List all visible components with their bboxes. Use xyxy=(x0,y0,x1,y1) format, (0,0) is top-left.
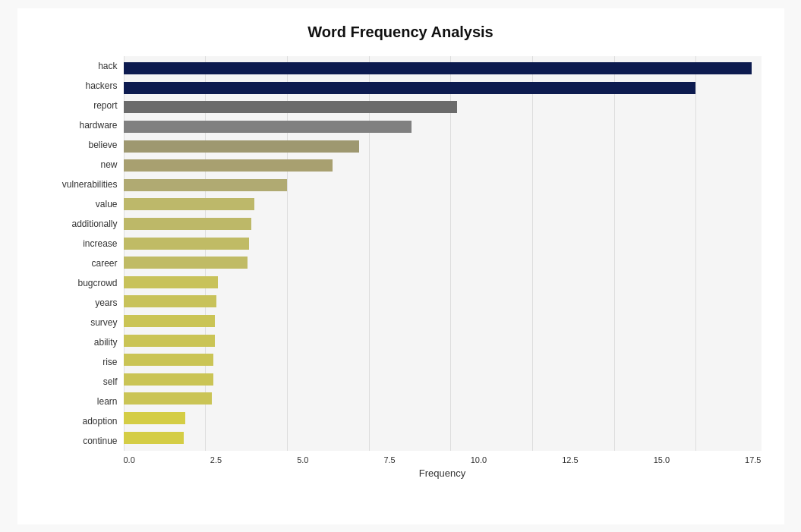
y-label: hack xyxy=(40,61,124,71)
bar xyxy=(124,101,457,113)
y-label: hardware xyxy=(40,121,124,130)
bar-row xyxy=(124,237,762,250)
y-label: adoption xyxy=(40,417,124,426)
x-axis: 0.02.55.07.510.012.515.017.5 Frequency xyxy=(124,451,762,481)
bar-row xyxy=(124,373,762,386)
x-tick: 5.0 xyxy=(297,455,308,464)
bar-row xyxy=(124,353,762,367)
bar xyxy=(124,432,184,444)
y-label: learn xyxy=(40,397,124,406)
y-label: self xyxy=(40,377,124,386)
y-label: additionally xyxy=(40,219,124,228)
bar-row xyxy=(124,334,762,348)
bar-row xyxy=(124,275,762,289)
x-tick: 12.5 xyxy=(562,455,578,464)
bar xyxy=(124,62,752,74)
x-tick: 10.0 xyxy=(471,455,487,464)
bars-container xyxy=(124,56,762,451)
bar xyxy=(124,121,412,133)
bar xyxy=(124,335,216,347)
y-label: hackers xyxy=(40,81,124,90)
x-tick: 17.5 xyxy=(745,455,761,464)
y-label: bugcrowd xyxy=(40,279,124,288)
bar xyxy=(124,238,250,250)
bar xyxy=(124,257,248,269)
y-axis: hackhackersreporthardwarebelievenewvulne… xyxy=(40,56,124,481)
x-tick: 15.0 xyxy=(654,455,670,464)
y-label: ability xyxy=(40,338,124,347)
bar-row xyxy=(124,178,762,192)
bar xyxy=(124,198,254,210)
bar-row xyxy=(124,411,762,425)
y-label: rise xyxy=(40,357,124,367)
bar-row xyxy=(124,81,762,95)
chart-area: hackhackersreporthardwarebelievenewvulne… xyxy=(40,56,762,481)
bar-row xyxy=(124,61,762,75)
bar xyxy=(124,373,213,386)
y-label: years xyxy=(40,298,124,307)
bar xyxy=(124,159,333,172)
grid-and-bars xyxy=(124,56,762,451)
bar-row xyxy=(124,159,762,172)
y-label: increase xyxy=(40,239,124,248)
bar-row xyxy=(124,256,762,269)
plot-area: 0.02.55.07.510.012.515.017.5 Frequency xyxy=(124,56,762,481)
x-axis-label: Frequency xyxy=(124,467,762,479)
bar-row xyxy=(124,431,762,445)
x-tick: 0.0 xyxy=(124,455,135,464)
bar xyxy=(124,295,217,307)
bar xyxy=(124,82,696,94)
bar xyxy=(124,218,251,230)
bar xyxy=(124,392,212,405)
bar-row xyxy=(124,100,762,114)
bar-row xyxy=(124,294,762,308)
x-tick: 7.5 xyxy=(383,455,395,464)
bar xyxy=(124,412,186,424)
bar-row xyxy=(124,217,762,231)
y-label: report xyxy=(40,101,124,110)
chart-container: Word Frequency Analysis hackhackersrepor… xyxy=(17,8,784,524)
bar-row xyxy=(124,197,762,211)
bar xyxy=(124,179,287,191)
y-label: value xyxy=(40,200,124,209)
bar xyxy=(124,276,219,288)
y-label: vulnerabilities xyxy=(40,180,124,189)
x-tick: 2.5 xyxy=(210,455,222,464)
chart-title: Word Frequency Analysis xyxy=(40,24,762,41)
bar xyxy=(124,140,359,153)
y-label: survey xyxy=(40,318,124,327)
bar-row xyxy=(124,314,762,328)
y-label: believe xyxy=(40,140,124,150)
bar xyxy=(124,354,213,366)
bar-row xyxy=(124,120,762,134)
bar-row xyxy=(124,140,762,153)
y-label: continue xyxy=(40,436,124,445)
y-label: career xyxy=(40,259,124,268)
bar xyxy=(124,315,216,327)
bar-row xyxy=(124,392,762,405)
x-ticks: 0.02.55.07.510.012.515.017.5 xyxy=(124,451,762,464)
y-label: new xyxy=(40,160,124,169)
